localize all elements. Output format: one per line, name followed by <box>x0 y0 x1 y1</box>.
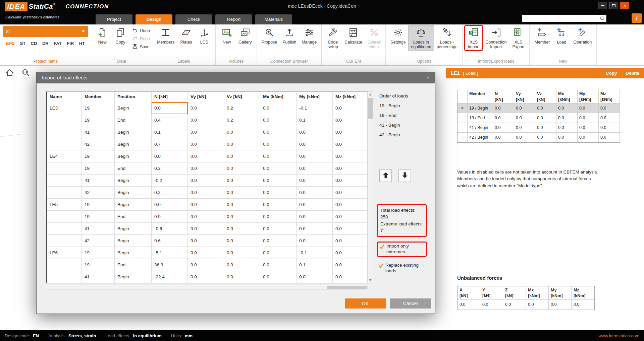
ribbon-button-undo[interactable]: Undo <box>132 27 150 34</box>
table-cell[interactable]: 0.0 <box>297 211 333 223</box>
table-cell[interactable]: 0.0 <box>260 162 297 175</box>
table-cell[interactable]: 0.0 <box>224 271 260 283</box>
ribbon-button-copy[interactable]: Copy <box>111 25 129 46</box>
value-cell[interactable]: 0.0 <box>514 123 535 133</box>
table-cell[interactable]: 0.0 <box>260 259 297 271</box>
table-cell[interactable]: 42 <box>82 235 115 247</box>
ribbon-button-members[interactable]: Members <box>154 25 177 46</box>
table-cell[interactable]: -0.1 <box>297 247 333 259</box>
table-cell[interactable]: 0.0 <box>188 259 224 271</box>
tab-project[interactable]: Project <box>96 14 132 24</box>
value-cell[interactable]: 0.0 <box>599 113 620 123</box>
info-button[interactable]: i <box>632 13 642 23</box>
table-cell[interactable]: 0.0 <box>260 150 297 162</box>
ribbon-button-loads-in-equilibrium[interactable]: Loads in equilibrium <box>408 25 434 51</box>
filter-eps[interactable]: EPS <box>6 41 15 46</box>
table-cell[interactable]: 0.0 <box>297 199 333 211</box>
table-cell[interactable]: 0.0 <box>224 175 260 187</box>
dialog-close-icon[interactable]: × <box>426 74 430 81</box>
value-cell[interactable]: 0.0 <box>578 113 599 123</box>
table-cell[interactable]: 41 <box>82 126 115 138</box>
filter-st[interactable]: ST <box>20 41 26 46</box>
load-case-name-cell[interactable] <box>47 138 82 150</box>
ribbon-button-load[interactable]: Load <box>552 25 571 46</box>
home-button[interactable] <box>5 68 15 78</box>
filter-dr[interactable]: DR <box>42 41 49 46</box>
vertical-scrollbar[interactable] <box>368 91 373 283</box>
member-cell[interactable]: 19 / Begin <box>468 104 493 113</box>
table-cell[interactable]: 0.2 <box>224 102 260 114</box>
table-cell[interactable]: 0.0 <box>260 175 297 187</box>
table-cell[interactable]: 0.1 <box>297 114 333 126</box>
table-cell[interactable]: 0.0 <box>333 150 368 162</box>
table-cell[interactable]: Begin <box>115 102 152 114</box>
load-case-name-cell[interactable]: LE3 <box>47 102 82 114</box>
ribbon-button-new[interactable]: New <box>93 25 111 46</box>
scroll-up-icon[interactable] <box>368 92 373 97</box>
table-cell[interactable]: Begin <box>115 150 152 162</box>
table-cell[interactable]: 0.0 <box>188 138 224 150</box>
table-cell[interactable]: 0.2 <box>224 114 260 126</box>
table-cell[interactable]: 0.1 <box>152 126 188 138</box>
checkbox-replace-existing-loads[interactable]: Replace existing loads <box>377 261 427 275</box>
scrollbar-thumb[interactable] <box>368 98 373 119</box>
table-cell[interactable]: 0.0 <box>333 247 368 259</box>
load-case-name-cell[interactable] <box>47 271 82 283</box>
row-selector[interactable]: > <box>458 104 468 113</box>
value-cell[interactable]: 0.0 <box>599 104 620 113</box>
value-cell[interactable]: 0.0 <box>514 133 535 142</box>
table-cell[interactable]: 0.0 <box>333 138 368 150</box>
table-cell[interactable]: 0.0 <box>188 271 224 283</box>
table-cell[interactable]: 19 <box>82 247 115 259</box>
table-cell[interactable]: 0.0 <box>333 114 368 126</box>
table-cell[interactable]: 19 <box>82 102 115 114</box>
table-cell[interactable]: 0.0 <box>224 235 260 247</box>
value-cell[interactable]: 0.0 <box>578 123 599 133</box>
table-cell[interactable]: 0.0 <box>333 102 368 114</box>
table-cell[interactable]: 0.0 <box>297 235 333 247</box>
value-cell[interactable]: 0.0 <box>535 123 556 133</box>
table-cell[interactable]: 0.0 <box>333 235 368 247</box>
website-link[interactable]: www.ideastatica.com <box>599 333 639 338</box>
row-selector[interactable] <box>458 113 468 123</box>
row-selector[interactable] <box>458 123 468 133</box>
table-cell[interactable]: 0.0 <box>333 199 368 211</box>
order-of-loads-item[interactable]: 41 - Begin <box>379 123 432 128</box>
table-cell[interactable]: 0.0 <box>188 211 224 223</box>
table-cell[interactable]: 19 <box>82 162 115 175</box>
ribbon-button-xls-export[interactable]: XXLS Export <box>509 25 527 51</box>
table-cell[interactable]: 0.0 <box>297 187 333 199</box>
table-cell[interactable]: 0.0 <box>297 223 333 235</box>
ribbon-button-gallery[interactable]: Gallery <box>236 25 255 46</box>
table-cell[interactable]: 0.0 <box>260 126 297 138</box>
table-cell[interactable]: 0.0 <box>224 223 260 235</box>
project-item-dropdown[interactable]: 31 <box>3 26 88 37</box>
table-cell[interactable]: End <box>115 259 152 271</box>
load-case-name-cell[interactable] <box>47 162 82 175</box>
table-cell[interactable]: 0.0 <box>260 235 297 247</box>
table-cell[interactable]: 0.0 <box>333 162 368 175</box>
scroll-down-icon[interactable] <box>368 278 373 283</box>
table-cell[interactable]: 0.2 <box>152 187 188 199</box>
load-case-name-cell[interactable] <box>47 211 82 223</box>
table-cell[interactable]: 0.0 <box>224 138 260 150</box>
value-cell[interactable]: 0.0 <box>493 123 514 133</box>
member-cell[interactable]: 19 / End <box>468 113 493 123</box>
load-case-name-cell[interactable] <box>47 223 82 235</box>
value-cell[interactable]: 0.0 <box>556 104 578 113</box>
table-cell[interactable]: 0.0 <box>224 187 260 199</box>
member-cell[interactable]: 42 / Begin <box>468 133 493 142</box>
table-cell[interactable]: 0.0 <box>260 199 297 211</box>
value-cell[interactable]: 0.0 <box>578 104 599 113</box>
table-cell[interactable]: 0.0 <box>333 175 368 187</box>
table-cell[interactable]: -0.1 <box>297 102 333 114</box>
table-cell[interactable]: End <box>115 162 152 175</box>
ribbon-button-save[interactable]: Save <box>132 44 150 50</box>
maximize-button[interactable] <box>609 2 618 9</box>
filter-fat[interactable]: FAT <box>54 41 62 46</box>
order-of-loads-item[interactable]: 19 - Begin <box>379 103 432 108</box>
order-of-loads-item[interactable]: 19 - End <box>379 113 432 118</box>
load-case-name-cell[interactable] <box>47 235 82 247</box>
tab-materials[interactable]: Materials <box>255 14 292 24</box>
table-cell[interactable]: 19 <box>82 199 115 211</box>
